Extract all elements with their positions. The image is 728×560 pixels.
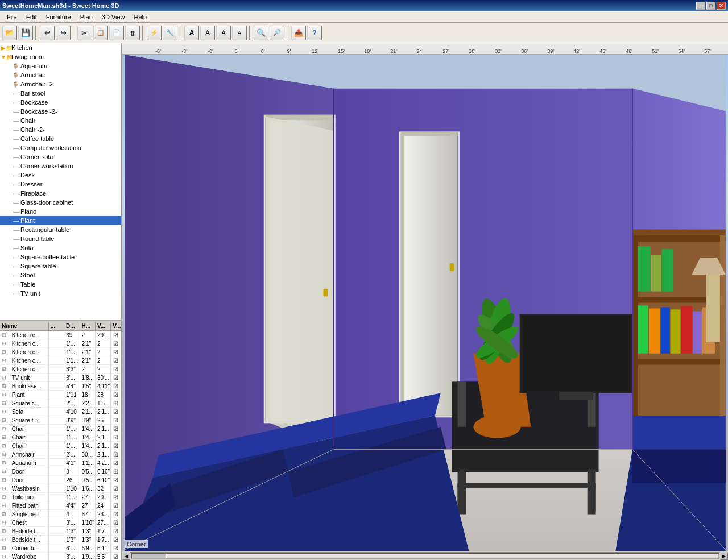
tree-item-roundtable[interactable]: — Round table	[0, 234, 121, 243]
table-row[interactable]: ⊡Corner b...6'...6'9...5'1"☑	[0, 544, 121, 553]
tree-item-aquarium[interactable]: 🪑 Aquarium	[0, 61, 121, 70]
row-visible[interactable]: ☑	[111, 493, 121, 501]
row-visible[interactable]: ☑	[111, 433, 121, 441]
table-row[interactable]: ⊡Kitchen c...1'1...2'1"2☑	[0, 356, 121, 365]
cut-button[interactable]: ✂	[77, 26, 92, 40]
table-row[interactable]: ⊡Toilet unit1'...27...20...☑	[0, 493, 121, 501]
tree-item-desk[interactable]: — Desk	[0, 171, 121, 180]
tree-item-fireplace[interactable]: — Fireplace	[0, 189, 121, 198]
table-row[interactable]: ⊡Plant1'11"1828☑	[0, 391, 121, 399]
tree-item-coffeetable[interactable]: — Coffee table	[0, 134, 121, 143]
tree-item-piano[interactable]: — Piano	[0, 207, 121, 216]
tree-item-stool[interactable]: — Stool	[0, 271, 121, 280]
table-row[interactable]: ⊡Washbasin1'10"1'6...32☑	[0, 484, 121, 493]
tree-item-bookcase[interactable]: — Bookcase	[0, 98, 121, 107]
tree-item-armchair[interactable]: 🪑 Armchair	[0, 70, 121, 80]
table-row[interactable]: ⊡Wardrobe3'...1'9...5'5"☑	[0, 553, 121, 560]
tree-item-dresser[interactable]: — Dresser	[0, 180, 121, 189]
zoom-in-button[interactable]: 🔍	[254, 26, 268, 40]
row-visible[interactable]: ☑	[111, 399, 121, 407]
table-row[interactable]: ⊡Door260'5...6'10"☑	[0, 476, 121, 484]
zoom-out-button[interactable]: 🔎	[270, 26, 284, 40]
table-row[interactable]: ⊡Door30'5...6'10"☑	[0, 467, 121, 476]
text-button3[interactable]: A	[216, 26, 231, 40]
tree-item-recttable[interactable]: — Rectangular table	[0, 225, 121, 234]
table-row[interactable]: ⊡Aquarium4'1"1'1...4'2...☑	[0, 459, 121, 467]
table-row[interactable]: ⊡Square t...3'9"3'9"25☑	[0, 416, 121, 425]
row-visible[interactable]: ☑	[111, 467, 121, 475]
row-visible[interactable]: ☑	[111, 510, 121, 518]
table-row[interactable]: ⊡Chair1'...1'4...2'1...☑	[0, 425, 121, 433]
properties-panel[interactable]: Name ... D... H... V... V... ⊡Kitchen c.…	[0, 321, 121, 560]
tree-item-chair[interactable]: — Chair	[0, 116, 121, 125]
save-button[interactable]: 💾	[18, 26, 33, 40]
table-row[interactable]: ⊡Sofa4'10"2'1...2'1...☑	[0, 408, 121, 416]
add-furniture-button[interactable]: ⚡	[147, 26, 162, 40]
text-button4[interactable]: A	[232, 26, 247, 40]
scroll-right-button[interactable]: ▶	[720, 552, 728, 560]
tree-item-chair2[interactable]: — Chair -2-	[0, 125, 121, 134]
table-row[interactable]: ⊡Chair1'...1'4...2'1...☑	[0, 433, 121, 442]
row-visible[interactable]: ☑	[111, 408, 121, 416]
tree-item-sofa[interactable]: — Sofa	[0, 243, 121, 252]
table-row[interactable]: ⊡Kitchen c...1'...2'1"2☑	[0, 339, 121, 348]
row-visible[interactable]: ☑	[111, 544, 121, 552]
menu-help[interactable]: Help	[130, 13, 152, 22]
help-button[interactable]: ?	[307, 26, 322, 40]
text-button1[interactable]: A	[184, 26, 199, 40]
tree-item-sqtable[interactable]: — Square table	[0, 262, 121, 271]
horizontal-scrollbar[interactable]: ◀ ▶	[122, 551, 728, 560]
tree-item-barstool[interactable]: — Bar stool	[0, 89, 121, 98]
redo-button[interactable]: ↪	[56, 26, 71, 40]
tree-item-kitchen[interactable]: ▶📁 Kitchen	[0, 43, 121, 52]
tree-item-compwork[interactable]: — Computer workstation	[0, 143, 121, 152]
open-button[interactable]: 📂	[2, 26, 17, 40]
row-visible[interactable]: ☑	[111, 450, 121, 458]
row-visible[interactable]: ☑	[111, 501, 121, 509]
paste-button[interactable]: 📄	[109, 26, 124, 40]
minimize-button[interactable]: ─	[696, 2, 705, 10]
tree-item-tvunit[interactable]: — TV unit	[0, 289, 121, 298]
menu-file[interactable]: File	[2, 13, 22, 22]
table-row[interactable]: ⊡Single bed46723...☑	[0, 510, 121, 518]
furniture-tree[interactable]: ▶📁 Kitchen ▼📂 Living room 🪑 Aquarium 🪑 A…	[0, 43, 121, 321]
tree-item-livingroom[interactable]: ▼📂 Living room	[0, 52, 121, 61]
table-row[interactable]: ⊡Chest3'...1'10"27...☑	[0, 518, 121, 527]
tree-item-cornersofa[interactable]: — Corner sofa	[0, 152, 121, 161]
tree-item-cornerwork[interactable]: — Corner workstation	[0, 161, 121, 171]
delete-button[interactable]: 🗑	[125, 26, 140, 40]
table-row[interactable]: ⊡Square c...2'...2'2...1'5...☑	[0, 399, 121, 408]
scroll-left-button[interactable]: ◀	[122, 552, 130, 560]
row-visible[interactable]: ☑	[111, 476, 121, 484]
row-visible[interactable]: ☑	[111, 374, 121, 381]
row-visible[interactable]: ☑	[111, 416, 121, 424]
row-visible[interactable]: ☑	[111, 391, 121, 399]
modify-button[interactable]: 🔧	[163, 26, 177, 40]
row-visible[interactable]: ☑	[111, 553, 121, 560]
row-visible[interactable]: ☑	[111, 536, 121, 544]
table-row[interactable]: ⊡Bedside t...1'3"1'3"1'7...☑	[0, 527, 121, 536]
row-visible[interactable]: ☑	[111, 382, 121, 390]
row-visible[interactable]: ☑	[111, 356, 121, 364]
row-visible[interactable]: ☑	[111, 442, 121, 450]
scroll-track[interactable]	[131, 553, 719, 559]
row-visible[interactable]: ☑	[111, 518, 121, 526]
3d-view[interactable]: Corner	[122, 55, 728, 551]
table-row[interactable]: ⊡Chair1'...1'4...2'1...☑	[0, 442, 121, 450]
row-visible[interactable]: ☑	[111, 331, 121, 339]
menu-plan[interactable]: Plan	[76, 13, 97, 22]
menu-furniture[interactable]: Furniture	[42, 13, 76, 22]
row-visible[interactable]: ☑	[111, 459, 121, 467]
table-row[interactable]: ⊡Armchair2'...30...2'1...☑	[0, 450, 121, 459]
tree-item-plant[interactable]: — Plant	[0, 216, 121, 225]
text-button2[interactable]: A	[200, 26, 215, 40]
row-visible[interactable]: ☑	[111, 527, 121, 535]
undo-button[interactable]: ↩	[40, 26, 55, 40]
tree-item-sqcoffee[interactable]: — Square coffee table	[0, 252, 121, 262]
table-row[interactable]: ⊡Kitchen c...1'...2'1"2☑	[0, 348, 121, 356]
tree-item-armchair2[interactable]: 🪑 Armchair -2-	[0, 80, 121, 89]
table-row[interactable]: ⊡Bookcase...5'4"1'5"4'11"☑	[0, 382, 121, 391]
copy-button[interactable]: 📋	[93, 26, 108, 40]
maximize-button[interactable]: □	[706, 2, 715, 10]
row-visible[interactable]: ☑	[111, 365, 121, 373]
